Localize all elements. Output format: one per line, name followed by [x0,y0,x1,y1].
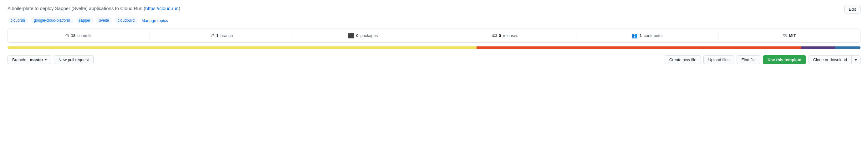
lang-css [801,47,835,49]
topic-svelte[interactable]: svelte [96,17,112,24]
description-text-after: ) [179,6,180,11]
new-pull-request-button[interactable]: New pull request [54,55,94,64]
actions-row: Branch: master▾ New pull request Create … [0,53,868,67]
stats-bar: ⊙ 18 commits ⎇ 1 branch ⬛ 0 packages 🏷 0… [7,29,861,43]
topic-cloudbuild[interactable]: cloudbuild [115,17,138,24]
packages-count: 0 [356,33,358,38]
topic-cloudrun[interactable]: cloudrun [7,17,28,24]
repo-description: A boilerplate to deploy Sapper (Svelte) … [7,5,180,12]
branch-icon: ⎇ [209,33,214,38]
releases-count: 0 [499,33,501,38]
lang-html [476,47,801,49]
packages-stat[interactable]: ⬛ 0 packages [292,31,434,40]
license-label: MIT [789,33,796,38]
description-row: A boilerplate to deploy Sapper (Svelte) … [7,5,861,13]
branch-chevron-icon: ▾ [45,58,46,61]
clone-download-group: Clone or download ▾ [809,55,861,64]
packages-label: packages [361,33,378,38]
cloud-run-link[interactable]: https://cloud.run [145,6,179,11]
releases-icon: 🏷 [492,33,497,38]
license-stat[interactable]: ⚖ MIT [718,31,860,40]
clone-download-dropdown[interactable]: ▾ [851,55,861,64]
releases-stat[interactable]: 🏷 0 releases [434,32,577,40]
packages-icon: ⬛ [348,33,354,38]
actions-left: Branch: master▾ New pull request [7,55,94,64]
language-bar [7,47,861,49]
actions-right: Create new file Upload files Find file U… [664,55,861,64]
topic-sapper[interactable]: sapper [76,17,94,24]
commits-stat[interactable]: ⊙ 18 commits [8,31,150,40]
branches-stat[interactable]: ⎇ 1 branch [150,31,292,40]
commits-label: commits [77,33,92,38]
branch-label: branch [221,33,233,38]
contributors-stat[interactable]: 👥 1 contributor [577,31,718,40]
language-bar-section [7,47,861,49]
clone-download-button[interactable]: Clone or download [809,55,851,64]
commits-icon: ⊙ [65,33,69,38]
contributors-label: contributor [644,33,663,38]
license-icon: ⚖ [782,33,787,38]
manage-topics-link[interactable]: Manage topics [142,18,168,23]
lang-other [835,47,861,49]
create-new-file-button[interactable]: Create new file [664,55,701,64]
description-text-before: A boilerplate to deploy Sapper (Svelte) … [7,6,145,11]
clone-chevron-icon: ▾ [855,57,857,62]
use-template-button[interactable]: Use this template [763,55,806,64]
branch-selector[interactable]: Branch: master▾ [7,55,51,64]
commits-count: 18 [71,33,75,38]
find-file-button[interactable]: Find file [737,55,761,64]
branch-name: master [30,57,43,62]
contributors-count: 1 [640,33,642,38]
edit-button[interactable]: Edit [844,5,861,13]
branch-prefix: Branch: [12,57,26,62]
lang-javascript [7,47,476,49]
branch-count: 1 [216,33,218,38]
contributors-icon: 👥 [631,33,638,38]
topic-google-cloud-platform[interactable]: google-cloud-platform [31,17,73,24]
releases-label: releases [503,33,518,38]
topics-row: cloudrun google-cloud-platform sapper sv… [7,17,861,24]
upload-files-button[interactable]: Upload files [704,55,734,64]
